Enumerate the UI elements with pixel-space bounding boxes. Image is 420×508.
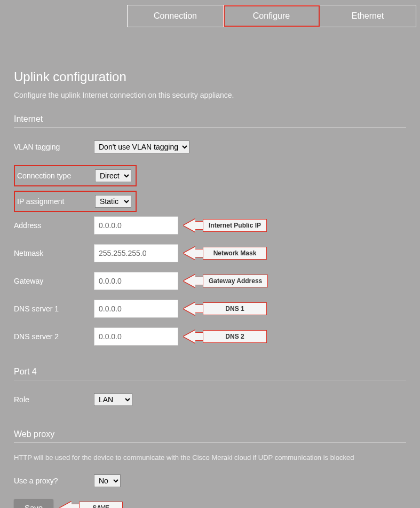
section-port4-heading: Port 4 xyxy=(14,367,406,380)
dns1-callout: DNS 1 xyxy=(184,302,267,315)
use-proxy-label: Use a proxy? xyxy=(14,476,94,485)
ip-assignment-label: IP assignment xyxy=(17,197,95,206)
row-netmask: Netmask Network Mask xyxy=(14,244,406,262)
netmask-callout-text: Network Mask xyxy=(203,247,267,260)
tab-connection[interactable]: Connection xyxy=(128,5,224,27)
gateway-callout: Gateway Address xyxy=(184,275,268,287)
netmask-label: Netmask xyxy=(14,249,94,257)
netmask-input[interactable] xyxy=(94,244,178,262)
ip-assignment-select[interactable]: Static xyxy=(95,195,131,208)
role-select[interactable]: LAN xyxy=(94,393,132,406)
tab-group: Connection Configure Ethernet xyxy=(127,5,416,27)
dns2-callout: DNS 2 xyxy=(184,330,267,343)
arrow-left-icon xyxy=(184,302,195,315)
gateway-input[interactable] xyxy=(94,272,178,290)
page-subtitle: Configure the uplink Internet connection… xyxy=(14,91,406,99)
top-tabs-bar: Connection Configure Ethernet xyxy=(0,0,420,32)
dns2-callout-text: DNS 2 xyxy=(203,330,267,343)
netmask-callout: Network Mask xyxy=(184,247,267,260)
row-role: Role LAN xyxy=(14,391,406,408)
row-connection-type: Connection type Direct xyxy=(14,165,137,186)
tab-configure[interactable]: Configure xyxy=(224,5,320,27)
use-proxy-select[interactable]: No xyxy=(94,474,121,487)
vlan-select[interactable]: Don't use VLAN tagging xyxy=(94,140,189,153)
row-ip-assignment: IP assignment Static xyxy=(14,191,137,212)
save-button[interactable]: Save xyxy=(14,499,53,508)
tab-ethernet[interactable]: Ethernet xyxy=(320,5,416,27)
arrow-left-icon xyxy=(184,275,195,287)
row-gateway: Gateway Gateway Address xyxy=(14,272,406,290)
row-dns2: DNS server 2 DNS 2 xyxy=(14,327,406,346)
arrow-left-icon xyxy=(60,502,72,509)
role-label: Role xyxy=(14,395,94,404)
gateway-callout-text: Gateway Address xyxy=(203,275,268,287)
arrow-left-icon xyxy=(184,247,195,260)
address-label: Address xyxy=(14,221,94,230)
dns1-callout-text: DNS 1 xyxy=(203,302,267,315)
address-input[interactable] xyxy=(94,216,178,235)
section-webproxy-heading: Web proxy xyxy=(14,429,406,443)
vlan-label: VLAN tagging xyxy=(14,143,94,151)
row-address: Address Internet Public IP xyxy=(14,216,406,235)
address-callout: Internet Public IP xyxy=(184,219,267,232)
save-callout-text: SAVE xyxy=(79,502,123,509)
page-title: Uplink configuration xyxy=(14,69,406,84)
row-save: Save SAVE xyxy=(14,499,406,508)
dns1-label: DNS server 1 xyxy=(14,304,94,313)
row-dns1: DNS server 1 DNS 1 xyxy=(14,300,406,318)
content-area: Uplink configuration Configure the uplin… xyxy=(0,32,420,508)
dns2-label: DNS server 2 xyxy=(14,332,94,341)
webproxy-desc: HTTP will be used for the device to comm… xyxy=(14,454,406,462)
dns1-input[interactable] xyxy=(94,300,178,318)
arrow-left-icon xyxy=(184,219,195,232)
gateway-label: Gateway xyxy=(14,277,94,285)
section-internet-heading: Internet xyxy=(14,114,406,128)
connection-type-select[interactable]: Direct xyxy=(95,169,131,182)
dns2-input[interactable] xyxy=(94,327,178,346)
arrow-left-icon xyxy=(184,330,195,343)
connection-type-label: Connection type xyxy=(17,171,95,180)
row-use-proxy: Use a proxy? No xyxy=(14,472,406,489)
row-vlan: VLAN tagging Don't use VLAN tagging xyxy=(14,138,406,155)
address-callout-text: Internet Public IP xyxy=(203,219,267,232)
save-callout: SAVE xyxy=(60,502,123,509)
